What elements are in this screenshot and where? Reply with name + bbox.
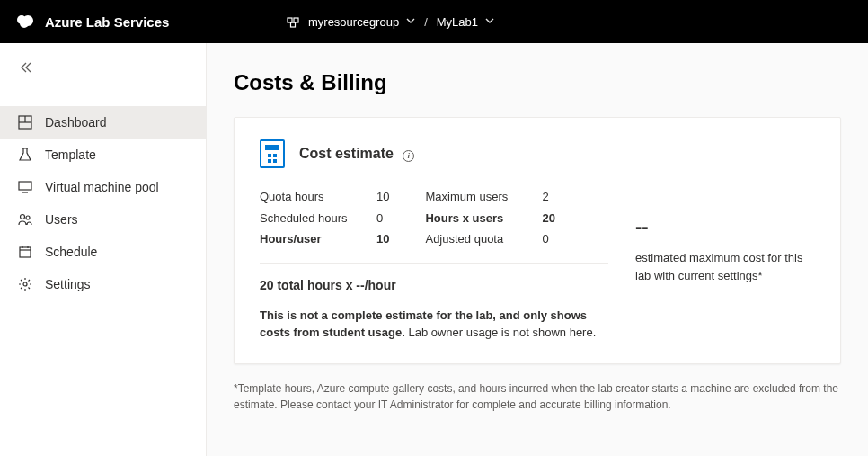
cost-disclaimer: This is not a complete estimate for the … (260, 307, 608, 342)
svg-point-2 (20, 19, 29, 28)
svg-rect-9 (19, 182, 31, 190)
divider (260, 263, 608, 264)
monitor-icon (18, 180, 32, 194)
svg-rect-3 (288, 18, 292, 22)
breadcrumb: myresourcegroup / MyLab1 (287, 14, 494, 29)
stat-value-scheduled-hours: 0 (376, 210, 383, 228)
sidebar-item-dashboard[interactable]: Dashboard (0, 106, 206, 139)
sidebar-item-label: Virtual machine pool (45, 180, 159, 194)
chevron-down-icon (485, 16, 494, 27)
app-name: Azure Lab Services (45, 14, 169, 30)
svg-point-11 (21, 215, 25, 219)
breadcrumb-separator: / (424, 15, 428, 29)
estimate-description: estimated maximum cost for this lab with… (635, 249, 815, 284)
users-icon (18, 212, 32, 227)
stat-label-max-users: Maximum users (425, 188, 524, 206)
stat-value-adjusted-quota: 0 (542, 230, 548, 248)
resource-group-icon (287, 14, 301, 29)
gear-icon (18, 277, 32, 291)
svg-point-12 (26, 216, 30, 219)
breadcrumb-lab-label: MyLab1 (437, 15, 478, 29)
estimate-value: -- (635, 215, 815, 238)
svg-rect-5 (290, 22, 295, 27)
svg-rect-4 (294, 18, 298, 22)
stat-label-hours-x-users: Hours x users (425, 210, 524, 228)
stat-value-hours-x-users: 20 (542, 210, 554, 228)
svg-point-17 (23, 282, 27, 286)
footnote: *Template hours, Azure compute gallery c… (234, 380, 841, 413)
stat-label-quota-hours: Quota hours (260, 188, 359, 206)
sidebar-item-schedule[interactable]: Schedule (0, 236, 206, 268)
app-logo-section[interactable]: Azure Lab Services (14, 11, 169, 32)
sidebar-item-label: Settings (45, 277, 91, 291)
sidebar-item-label: Template (45, 148, 96, 162)
cost-estimate-card: Cost estimate i Quota hours10 Scheduled … (234, 117, 841, 364)
sidebar-item-label: Dashboard (45, 115, 107, 130)
azure-logo-icon (14, 11, 36, 32)
sidebar-collapse-button[interactable] (0, 50, 206, 88)
top-bar: Azure Lab Services myresourcegroup / MyL… (0, 0, 868, 43)
sidebar-item-vm-pool[interactable]: Virtual machine pool (0, 171, 206, 203)
card-title: Cost estimate i (299, 146, 414, 162)
breadcrumb-lab[interactable]: MyLab1 (437, 15, 494, 29)
breadcrumb-rg-label: myresourcegroup (308, 15, 399, 29)
svg-rect-13 (20, 247, 31, 257)
cost-summary-line: 20 total hours x --/hour (260, 278, 608, 292)
sidebar-item-label: Schedule (45, 245, 97, 259)
sidebar-item-label: Users (45, 212, 78, 227)
stat-value-hours-per-user: 10 (376, 230, 389, 248)
sidebar: Dashboard Template Virtual machine pool … (0, 43, 207, 456)
content-area: Costs & Billing Cost estimate i (207, 43, 868, 456)
chevron-down-icon (406, 16, 415, 27)
sidebar-item-users[interactable]: Users (0, 203, 206, 236)
stat-label-adjusted-quota: Adjusted quota (425, 230, 524, 248)
sidebar-item-settings[interactable]: Settings (0, 268, 206, 300)
stat-label-scheduled-hours: Scheduled hours (260, 210, 359, 228)
page-title: Costs & Billing (234, 70, 841, 95)
flask-icon (18, 148, 32, 162)
stat-label-hours-per-user: Hours/user (260, 230, 359, 248)
calculator-icon (260, 139, 285, 168)
breadcrumb-resource-group[interactable]: myresourcegroup (287, 14, 415, 29)
calendar-icon (18, 245, 32, 259)
stat-value-max-users: 2 (542, 188, 548, 206)
stat-value-quota-hours: 10 (376, 188, 389, 206)
sidebar-item-template[interactable]: Template (0, 139, 206, 171)
info-icon[interactable]: i (403, 150, 414, 162)
dashboard-icon (18, 115, 32, 130)
